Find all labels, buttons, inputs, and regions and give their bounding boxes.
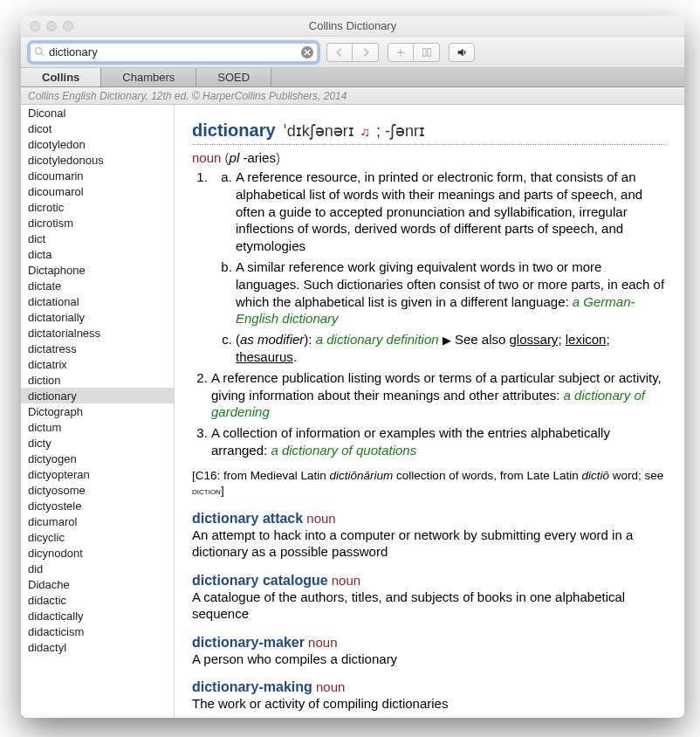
list-item[interactable]: Didache	[21, 576, 174, 592]
sense-3: A collection of information or examples …	[211, 424, 667, 459]
part-of-speech: noun	[305, 635, 338, 650]
clear-search-button[interactable]	[301, 46, 313, 59]
list-item[interactable]: dictyostele	[21, 498, 174, 513]
chevron-left-icon	[333, 46, 346, 59]
senses: A reference resource, in printed or elec…	[211, 169, 667, 459]
subentry-definition: A catalogue of the authors, titles, and …	[192, 589, 667, 623]
source-tabs: Collins Chambers SOED	[21, 68, 684, 87]
example: a dictionary definition	[316, 332, 439, 347]
plus-icon	[395, 46, 407, 59]
window-title: Collins Dictionary	[21, 19, 684, 32]
list-item[interactable]: dicotyledon	[21, 136, 174, 152]
triangle-icon: ▶	[443, 334, 451, 347]
subentry-definition: An attempt to hack into a computer or ne…	[192, 527, 667, 561]
list-item[interactable]: didactic	[21, 592, 174, 608]
list-item[interactable]: dicyclic	[21, 529, 174, 545]
list-item[interactable]: dictatress	[21, 341, 174, 356]
app-window: Collins Dictionary	[21, 16, 684, 718]
list-item[interactable]: didactically	[21, 608, 174, 623]
titlebar: Collins Dictionary	[21, 16, 684, 37]
list-item[interactable]: dict	[21, 231, 174, 246]
list-item[interactable]: dictum	[21, 419, 174, 435]
subentry-headword: dictionary catalogue	[192, 573, 328, 588]
subentry: dictionary attack nounAn attempt to hack…	[192, 511, 667, 561]
close-icon	[304, 49, 311, 56]
book-icon	[421, 46, 433, 59]
list-item[interactable]: Dictograph	[21, 403, 174, 419]
speak-button[interactable]	[449, 43, 475, 62]
list-item[interactable]: diction	[21, 372, 174, 388]
tab-collins[interactable]: Collins	[21, 68, 101, 86]
entry-pane[interactable]: dictionary ˈdɪkʃənərɪ ♫ ; -ʃənrɪ noun (p…	[175, 105, 684, 718]
xref-lexicon[interactable]: lexicon	[566, 332, 607, 347]
search-icon	[34, 46, 45, 58]
subentry-headword: dictionary-making	[192, 679, 312, 694]
subentry-headword: dictionary attack	[192, 511, 303, 526]
list-item[interactable]: dictionary	[21, 388, 174, 403]
list-item[interactable]: Dictaphone	[21, 262, 174, 278]
list-item[interactable]: dicotyledonous	[21, 152, 174, 168]
sense-1b: A similar reference work giving equivale…	[236, 258, 667, 327]
entry-header: dictionary ˈdɪkʃənərɪ ♫ ; -ʃənrɪ	[192, 121, 667, 141]
list-item[interactable]: dictyopteran	[21, 466, 174, 482]
list-item[interactable]: dictate	[21, 278, 174, 293]
grammar-line: noun (pl -aries)	[192, 150, 667, 165]
list-item[interactable]: dicumarol	[21, 513, 174, 529]
add-bookmark-button[interactable]	[388, 43, 414, 62]
subentry: dictionary catalogue nounA catalogue of …	[192, 573, 667, 623]
list-item[interactable]: dicrotism	[21, 215, 174, 231]
search-input[interactable]	[45, 45, 301, 59]
source-attribution: Collins English Dictionary, 12th ed. © H…	[21, 87, 684, 105]
headword: dictionary	[192, 121, 276, 140]
sense-1: A reference resource, in printed or elec…	[211, 169, 667, 366]
list-item[interactable]: dicoumarin	[21, 168, 174, 183]
part-of-speech: noun	[303, 511, 336, 526]
list-item[interactable]: dicty	[21, 435, 174, 451]
audio-icon[interactable]: ♫	[360, 124, 370, 139]
part-of-speech: noun	[328, 573, 361, 588]
list-item[interactable]: dicta	[21, 246, 174, 262]
xref-glossary[interactable]: glossary	[510, 332, 559, 347]
word-list[interactable]: Diconaldicotdicotyledondicotyledonousdic…	[21, 105, 175, 718]
search-field-wrap	[30, 43, 318, 62]
divider	[192, 144, 667, 145]
list-item[interactable]: dictatorially	[21, 309, 174, 325]
list-item[interactable]: dictatrix	[21, 356, 174, 372]
tab-soed[interactable]: SOED	[196, 68, 271, 86]
svg-point-0	[36, 48, 42, 54]
list-item[interactable]: Diconal	[21, 105, 174, 121]
speaker-icon	[456, 46, 468, 59]
forward-button[interactable]	[353, 43, 379, 62]
back-button[interactable]	[326, 43, 353, 62]
list-item[interactable]: dicynodont	[21, 545, 174, 561]
tab-chambers[interactable]: Chambers	[101, 68, 196, 86]
sense-2: A reference publication listing words or…	[211, 369, 667, 421]
bookmark-buttons	[388, 43, 440, 62]
nav-buttons	[326, 43, 379, 62]
xref-thesaurus[interactable]: thesaurus	[236, 349, 293, 364]
svg-marker-6	[458, 48, 463, 56]
list-item[interactable]: dictyogen	[21, 451, 174, 466]
pronunciation: ˈdɪkʃənərɪ ♫ ; -ʃənrɪ	[283, 122, 425, 140]
list-item[interactable]: did	[21, 561, 174, 576]
list-item[interactable]: dicot	[21, 121, 174, 136]
subentry: dictionary-making nounThe work or activi…	[192, 679, 667, 713]
example: a dictionary of quotations	[271, 443, 416, 458]
list-item[interactable]: dictyosome	[21, 482, 174, 498]
list-item[interactable]: dictational	[21, 293, 174, 309]
list-item[interactable]: dicrotic	[21, 199, 174, 215]
subentry: dictionary-maker nounA person who compil…	[192, 635, 667, 668]
part-of-speech: noun	[192, 150, 221, 165]
sense-1c: (as modifier): a dictionary definition ▶…	[236, 331, 667, 366]
list-item[interactable]: didacticism	[21, 623, 174, 639]
list-item[interactable]: dictatorialness	[21, 325, 174, 341]
bookmarks-button[interactable]	[414, 43, 440, 62]
subentry-definition: A person who compiles a dictionary	[192, 651, 667, 668]
list-item[interactable]: didactyl	[21, 639, 174, 655]
main-body: Diconaldicotdicotyledondicotyledonousdic…	[21, 105, 684, 718]
part-of-speech: noun	[312, 679, 346, 694]
chevron-right-icon	[360, 46, 372, 59]
subentry-definition: The work or activity of compiling dictio…	[192, 695, 667, 713]
subentry-headword: dictionary-maker	[192, 635, 305, 650]
list-item[interactable]: dicoumarol	[21, 183, 174, 199]
